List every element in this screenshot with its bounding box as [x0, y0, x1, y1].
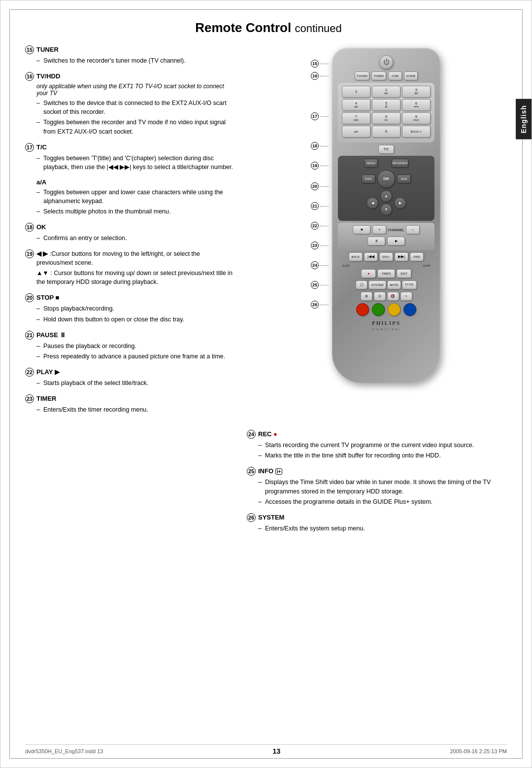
- section-23-title: 23 TIMER: [25, 394, 237, 403]
- btn-8[interactable]: 8tuv: [372, 112, 400, 124]
- cam-button[interactable]: CAM: [388, 71, 402, 80]
- btn-extra1[interactable]: ⊞: [361, 292, 372, 301]
- btn-aa[interactable]: a/A: [342, 126, 370, 138]
- num-24: 24: [247, 430, 256, 439]
- left-arrow[interactable]: ◀: [366, 197, 378, 209]
- number-pad-section: 1 2abc 3def 4ghi 5jkl 6mno 7pqrs 8tuv 9w…: [338, 83, 434, 142]
- bullet-item: Starts playback of the select title/trac…: [36, 379, 237, 387]
- menu-browser-row: MENU BROWSER: [341, 159, 432, 168]
- bullet-item: Displays the Time Shift video bar while …: [258, 478, 512, 495]
- right-arrow[interactable]: ▶: [394, 197, 406, 209]
- tv-hdd-button[interactable]: TV/HDD: [355, 71, 369, 80]
- play-button[interactable]: ▶: [387, 237, 405, 245]
- edit-button[interactable]: EDIT: [397, 269, 411, 278]
- num-16: 16: [25, 72, 34, 81]
- btn-1[interactable]: 1: [342, 86, 370, 98]
- browser-button[interactable]: BROWSER: [392, 159, 408, 168]
- btn-2[interactable]: 2abc: [372, 86, 400, 98]
- num-18: 18: [25, 223, 34, 232]
- pause-button[interactable]: ⏸: [367, 237, 385, 245]
- mute-button[interactable]: MUTE: [387, 280, 401, 289]
- guide-button[interactable]: GUIDE: [404, 71, 418, 80]
- info-bullets: Displays the Time Shift video bar while …: [258, 478, 512, 506]
- section-17-title: 17 T/C: [25, 143, 237, 152]
- callout-23: 23: [311, 240, 329, 251]
- btn-4[interactable]: 4ghi: [342, 99, 370, 111]
- btn-extra3[interactable]: 🔇: [387, 292, 399, 301]
- disc-button[interactable]: DISC: [362, 175, 375, 183]
- ch-minus-button[interactable]: –: [406, 225, 420, 234]
- callout-19: 19: [311, 160, 329, 171]
- label-tc: T/C: [36, 143, 47, 151]
- label-aa: a/A: [36, 178, 46, 186]
- bullet-item: Marks the title in the time shift buffer…: [258, 451, 512, 460]
- label-timer: TIMER: [36, 395, 56, 402]
- tc-bullets: Toggles between 'T'(title) and 'C'(chapt…: [36, 154, 237, 172]
- btn-extra2[interactable]: ⊡: [374, 292, 386, 301]
- callout-15: 15: [311, 57, 329, 70]
- info-button[interactable]: ⓘ: [356, 280, 367, 289]
- btn-3[interactable]: 3def: [402, 86, 431, 98]
- top-function-row: TV/HDD TUNER CAM GUIDE: [338, 71, 434, 80]
- tuner-button[interactable]: TUNER: [371, 71, 386, 80]
- label-rec: REC ●: [258, 430, 277, 438]
- language-label: English: [520, 105, 528, 134]
- label-stop: STOP ■: [36, 294, 59, 301]
- pause-bullets: Pauses the playback or recording. Press …: [36, 342, 237, 361]
- section-21-title: 21 PAUSE ⏸: [25, 331, 237, 340]
- green-button[interactable]: [372, 303, 385, 316]
- day-plus-button[interactable]: DAY+: [379, 252, 393, 261]
- btn-6[interactable]: 6mno: [402, 99, 431, 111]
- menu-button[interactable]: MENU: [364, 159, 378, 168]
- section-20: 20 STOP ■ Stops playback/recording. Hold…: [25, 293, 237, 323]
- next-button[interactable]: ▶▶|: [395, 252, 408, 261]
- section-21: 21 PAUSE ⏸ Pauses the playback or record…: [25, 331, 237, 361]
- down-arrow[interactable]: ▼: [380, 204, 392, 215]
- nav-arrows: ◀ ▲ ▼ ▶: [341, 190, 432, 215]
- remote-control: ⏻ TV/HDD TUNER CAM GUIDE 1 2abc 3def: [332, 48, 440, 383]
- right-column: 15 16 17 18 19: [247, 45, 512, 421]
- timer-button[interactable]: TIMER: [377, 269, 395, 278]
- fwd-button[interactable]: FWD: [410, 252, 424, 261]
- label-info: INFO i+: [258, 467, 282, 475]
- bullet-item: Toggles between upper and lower case cha…: [36, 188, 237, 206]
- color-buttons-row: [338, 303, 434, 316]
- system-button[interactable]: SYSTEM: [368, 280, 386, 289]
- ch-plus-button[interactable]: +: [372, 225, 386, 234]
- section-24: 24 REC ● Starts recording the current TV…: [247, 430, 512, 460]
- yellow-button[interactable]: [388, 303, 400, 316]
- section-16: 16 TV/HDD only applicable when using the…: [25, 72, 237, 136]
- section-15: 15 TUNER Switches to the recorder's tune…: [25, 45, 237, 65]
- btn-back[interactable]: BACK ↩: [402, 126, 431, 138]
- btn-minus2[interactable]: –: [400, 292, 412, 301]
- btn-0[interactable]: 0: [372, 126, 400, 138]
- blue-button[interactable]: [403, 303, 416, 316]
- stop-button[interactable]: ■: [353, 225, 370, 234]
- pause-play-row: ⏸ ▶: [340, 237, 432, 245]
- up-arrow[interactable]: ▲: [380, 190, 392, 202]
- power-button[interactable]: ⏻: [379, 55, 393, 69]
- section-24-title: 24 REC ●: [247, 430, 512, 439]
- red-button[interactable]: [356, 303, 369, 316]
- btn-9[interactable]: 9wxyz: [402, 112, 431, 124]
- gemstar-logo: G E M S T A R+: [338, 328, 434, 331]
- bullet-item: Hold down this button to open or close t…: [36, 315, 237, 324]
- section-20-title: 20 STOP ■: [25, 293, 237, 302]
- prev-button[interactable]: |◀◀: [364, 252, 378, 261]
- page: English Remote Control continued 15 TUNE…: [0, 0, 532, 768]
- btn-7[interactable]: 7pqrs: [342, 112, 370, 124]
- btn-5[interactable]: 5jkl: [372, 99, 400, 111]
- menu-section: MENU BROWSER DISC OK HDD ◀: [338, 156, 434, 221]
- rec-button[interactable]: ●: [361, 269, 376, 278]
- section-18: 18 OK Confirms an entry or selection.: [25, 223, 237, 243]
- callout-18: 18: [311, 140, 329, 151]
- tvvol-button[interactable]: TV VOL: [402, 280, 417, 289]
- info-row: ⓘ SYSTEM MUTE TV VOL: [338, 280, 434, 289]
- tc-button[interactable]: T/C: [378, 145, 394, 154]
- hdd-button[interactable]: HDD: [397, 175, 411, 183]
- ok-button[interactable]: OK: [377, 170, 395, 188]
- bullet-item: Pauses the playback or recording.: [36, 342, 237, 350]
- back2-button[interactable]: BACK: [349, 252, 363, 261]
- left-column: 15 TUNER Switches to the recorder's tune…: [25, 45, 237, 421]
- stop-bullets: Stops playback/recording. Hold down this…: [36, 304, 237, 323]
